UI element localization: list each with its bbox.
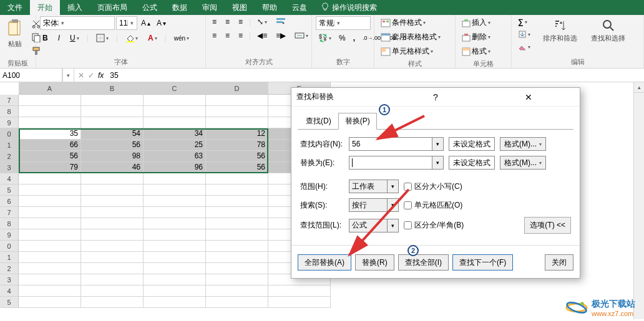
chevron-down-icon[interactable]: ▾: [387, 180, 398, 193]
cell[interactable]: [19, 184, 81, 196]
align-right-button[interactable]: ≡: [236, 30, 245, 41]
row-header[interactable]: 2: [0, 151, 19, 162]
cell[interactable]: [19, 274, 81, 285]
align-top-button[interactable]: ≡: [210, 16, 219, 27]
number-format-combo[interactable]: 常规▾: [316, 16, 371, 30]
row-header[interactable]: 3: [0, 162, 19, 173]
cell[interactable]: [19, 229, 81, 241]
align-center-button[interactable]: ≡: [223, 30, 232, 41]
row-header[interactable]: 0: [0, 241, 19, 252]
cell[interactable]: [144, 196, 206, 207]
fill-color-button[interactable]: ▾: [123, 32, 140, 44]
cell[interactable]: [268, 297, 331, 308]
underline-button[interactable]: U ▾: [67, 32, 82, 44]
tab-view[interactable]: 视图: [225, 0, 255, 15]
cell[interactable]: 79: [19, 162, 81, 173]
cell[interactable]: [206, 106, 268, 117]
formula-input[interactable]: 35: [107, 69, 644, 82]
cell[interactable]: [144, 252, 206, 263]
cell[interactable]: 63: [144, 151, 206, 162]
cell[interactable]: 34: [144, 128, 206, 140]
search-combo[interactable]: 按行▾: [349, 198, 399, 212]
tab-review[interactable]: 审阅: [195, 0, 225, 15]
tab-help[interactable]: 帮助: [255, 0, 285, 15]
col-header-D[interactable]: D: [206, 82, 268, 95]
close-button[interactable]: 关闭: [545, 254, 573, 271]
cell[interactable]: [19, 218, 81, 229]
cell[interactable]: [144, 274, 206, 285]
close-icon[interactable]: ✕: [482, 92, 575, 102]
row-header[interactable]: 4: [0, 285, 19, 297]
accounting-format-button[interactable]: 💱▾: [316, 32, 334, 44]
cell[interactable]: [206, 117, 268, 128]
cancel-icon[interactable]: ✕: [78, 71, 84, 80]
borders-button[interactable]: ▾: [94, 32, 111, 44]
font-color-button[interactable]: A▾: [145, 32, 160, 44]
chevron-down-icon[interactable]: ▾: [432, 156, 443, 169]
cell[interactable]: 56: [81, 140, 144, 151]
cell[interactable]: [19, 117, 81, 128]
cell[interactable]: [144, 241, 206, 252]
tab-formulas[interactable]: 公式: [135, 0, 165, 15]
cell[interactable]: [19, 263, 81, 274]
autosum-button[interactable]: ∑ ▾: [515, 16, 533, 27]
cell[interactable]: 98: [81, 151, 144, 162]
lookin-combo[interactable]: 公式▾: [349, 219, 399, 232]
name-box[interactable]: A100: [0, 69, 62, 82]
cell[interactable]: 46: [81, 162, 144, 173]
find-next-button[interactable]: 查找下一个(F): [452, 254, 513, 271]
cell[interactable]: [81, 241, 144, 252]
col-header-B[interactable]: B: [81, 82, 144, 95]
cell[interactable]: [81, 106, 144, 117]
cell[interactable]: [19, 241, 81, 252]
name-box-dropdown[interactable]: ▾: [62, 69, 74, 82]
cell[interactable]: [206, 241, 268, 252]
scroll-up-icon[interactable]: ▴: [634, 82, 644, 93]
tab-data[interactable]: 数据: [165, 0, 195, 15]
cell[interactable]: 78: [206, 140, 268, 151]
chevron-down-icon[interactable]: ▾: [432, 138, 443, 150]
cell[interactable]: [206, 95, 268, 106]
cell[interactable]: [206, 196, 268, 207]
cell[interactable]: [144, 106, 206, 117]
cell[interactable]: [81, 218, 144, 229]
row-header[interactable]: 7: [0, 95, 19, 106]
cell[interactable]: [81, 95, 144, 106]
cell[interactable]: [19, 297, 81, 308]
cell[interactable]: 56: [206, 151, 268, 162]
replace-all-button[interactable]: 全部替换(A): [298, 254, 351, 271]
cell[interactable]: 12: [206, 128, 268, 140]
vertical-scrollbar[interactable]: ▴: [633, 82, 644, 319]
row-header[interactable]: 0: [0, 128, 19, 140]
row-header[interactable]: 4: [0, 173, 19, 184]
tab-page-layout[interactable]: 页面布局: [90, 0, 135, 15]
conditional-format-button[interactable]: 条件格式▾: [378, 16, 443, 29]
cell[interactable]: [144, 263, 206, 274]
cell[interactable]: [206, 218, 268, 229]
insert-cells-button[interactable]: 插入 ▾: [459, 16, 493, 29]
row-header[interactable]: 8: [0, 218, 19, 229]
cell[interactable]: [206, 252, 268, 263]
cell[interactable]: [19, 196, 81, 207]
row-header[interactable]: 9: [0, 117, 19, 128]
increase-font-button[interactable]: A▴: [139, 17, 153, 29]
tell-me-search[interactable]: 操作说明搜索: [321, 2, 377, 13]
find-all-button[interactable]: 查找全部(I): [398, 254, 449, 271]
italic-button[interactable]: I: [56, 32, 62, 44]
cell[interactable]: [144, 173, 206, 184]
font-name-combo[interactable]: 宋体▾: [40, 16, 115, 30]
row-header[interactable]: 9: [0, 229, 19, 241]
cell[interactable]: [206, 173, 268, 184]
cell[interactable]: 66: [19, 140, 81, 151]
cell[interactable]: [206, 274, 268, 285]
help-icon[interactable]: ?: [389, 92, 482, 102]
orientation-button[interactable]: ⤡▾: [255, 16, 270, 27]
cell[interactable]: [144, 117, 206, 128]
tab-file[interactable]: 文件: [0, 0, 30, 15]
row-header[interactable]: 1: [0, 140, 19, 151]
bold-button[interactable]: B: [40, 32, 51, 44]
cell[interactable]: 35: [19, 128, 81, 140]
decrease-font-button[interactable]: A▾: [154, 17, 168, 29]
increase-indent-button[interactable]: ≡▶: [273, 30, 288, 41]
align-left-button[interactable]: ≡: [210, 30, 219, 41]
